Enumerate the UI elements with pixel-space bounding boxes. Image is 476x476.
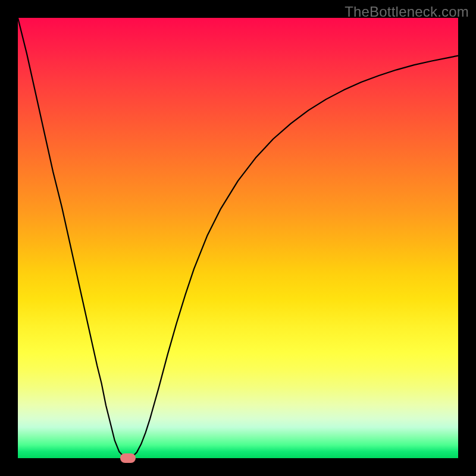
- plot-area: [18, 18, 458, 458]
- minimum-marker: [120, 453, 136, 463]
- curve-svg: [18, 18, 458, 458]
- curve-path: [18, 18, 458, 458]
- attribution-label: TheBottleneck.com: [345, 4, 469, 20]
- chart-frame: TheBottleneck.com: [0, 0, 476, 476]
